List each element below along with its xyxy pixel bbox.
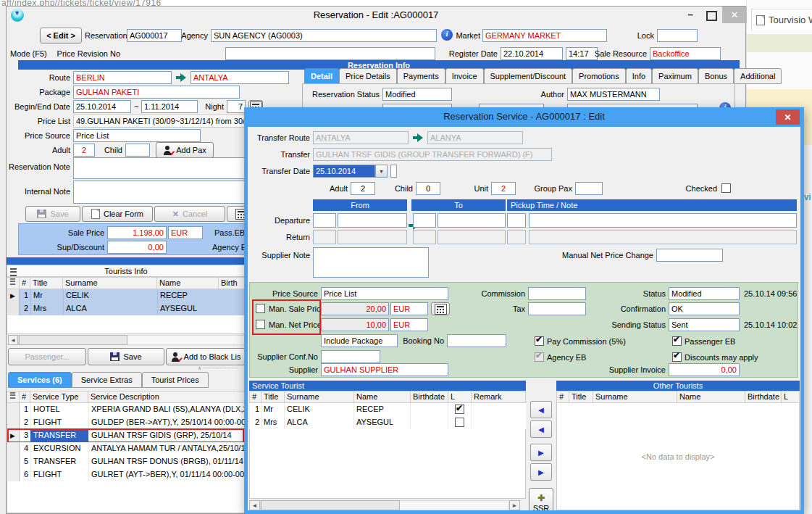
unit-field[interactable]: 2 (491, 182, 516, 195)
departure-pickup-time[interactable] (507, 213, 526, 228)
reservation-note-field[interactable] (73, 157, 246, 179)
leader-checkbox[interactable] (455, 405, 464, 414)
service-tourist-row[interactable]: 1 Mr CELIK RECEP (249, 403, 526, 417)
move-all-right-button[interactable]: ► (530, 463, 552, 481)
tab-additional[interactable]: Additional (734, 68, 782, 84)
supplier-conf-no-field[interactable] (321, 350, 380, 363)
leader-checkbox[interactable] (455, 418, 464, 427)
browser-tab[interactable]: Tourvisio We (751, 9, 812, 30)
edit-mode-button[interactable]: < Edit > (40, 28, 82, 43)
minimize-button[interactable]: – (685, 12, 696, 20)
man-net-price-checkbox[interactable] (256, 320, 265, 329)
service-row-selected[interactable]: ▶ 3 TRANSFER GULHAN TRSF GIDIS (GRP), 25… (7, 429, 246, 443)
price-source-field[interactable]: Price List (73, 129, 201, 142)
discounts-checkbox[interactable] (672, 352, 682, 362)
cancel-button[interactable]: ✕ Cancel (154, 206, 225, 222)
agency-field[interactable]: SUN AGENCY (AG0003) (211, 29, 437, 42)
tourists-scroll-thumb[interactable] (19, 335, 127, 345)
tab-promotions[interactable]: Promotions (572, 68, 626, 84)
ot-col-l[interactable]: L (781, 391, 800, 403)
supplier-field[interactable]: GULHAN SUPPLIER (321, 363, 448, 376)
market-field[interactable]: GERMANY MARKET (482, 29, 607, 42)
tourists-col-surname[interactable]: Surname (62, 277, 157, 289)
route-to-field[interactable]: ANTALYA (191, 71, 289, 84)
register-date-field[interactable]: 22.10.2014 (501, 47, 563, 60)
ot-col-name[interactable]: Name (677, 391, 745, 403)
price-source-field[interactable]: Price List (321, 287, 448, 300)
price-calc-button[interactable] (431, 302, 450, 315)
service-row[interactable]: 6 FLIGHT GULRET (AYT->BER),Y, 01/11/14 0… (7, 468, 246, 482)
group-pax-field[interactable] (575, 182, 603, 195)
price-revision-field[interactable] (225, 47, 435, 60)
ot-col-title[interactable]: Title (569, 391, 593, 403)
tourists-save-button[interactable]: Save (88, 348, 164, 365)
service-row[interactable]: 4 EXCURSION ANTALYA HAMAM TUR / ANTALYA,… (7, 442, 246, 456)
services-col-desc[interactable]: Service Description (88, 391, 246, 403)
child-field[interactable] (125, 144, 150, 157)
agency-info-icon[interactable] (441, 29, 453, 41)
booking-no-field[interactable] (447, 334, 506, 347)
save-button[interactable]: Save (25, 206, 80, 222)
splitter-grip[interactable]: ∧ ····················· (189, 365, 247, 371)
author-field[interactable]: MAX MUSTERMANN (567, 88, 660, 101)
tax-field[interactable] (528, 302, 586, 315)
sending-status-field[interactable]: Sent (669, 318, 740, 331)
tourist-row[interactable]: 2 Mrs ALCA AYSEGUL (7, 302, 246, 316)
service-row[interactable]: 1 HOTEL XPERIA GRAND BALI (5S),ALANYA (D… (7, 403, 246, 417)
move-all-left-button[interactable]: ◄ (530, 420, 552, 438)
supplier-note-field[interactable] (313, 247, 429, 278)
sale-currency-field[interactable]: EUR (390, 302, 428, 315)
st-col-birthdate[interactable]: Birthdate (410, 391, 448, 403)
tab-services[interactable]: Services (6) (8, 372, 72, 388)
add-pax-button[interactable]: ✔ Add Pax (156, 142, 214, 158)
ot-col-birthdate[interactable]: Birthdate (745, 391, 782, 403)
departure-from-code[interactable] (313, 213, 336, 228)
st-scroll-right[interactable]: ► (509, 500, 520, 510)
tourists-col-name[interactable]: Name (156, 277, 219, 289)
st-col-name[interactable]: Name (353, 391, 411, 403)
service-row[interactable]: 5 TRANSFER GULHAN TRSF DONUS (BRGB), 01/… (7, 455, 246, 469)
begin-date-field[interactable]: 25.10.2014 (73, 100, 131, 113)
tourists-col-birth[interactable]: Birth (218, 277, 246, 289)
ssr-button[interactable]: ✚ SSR (529, 488, 553, 510)
tab-detail[interactable]: Detail (304, 68, 339, 84)
sup-discount-field[interactable]: 0,00 (107, 241, 167, 254)
departure-to-code[interactable] (413, 213, 436, 228)
adult-field[interactable]: 2 (351, 182, 375, 195)
route-from-field[interactable]: BERLIN (73, 71, 172, 84)
supplier-invoice-field[interactable]: 0,00 (669, 363, 740, 376)
tab-supplement-discount[interactable]: Supplement/Discount (484, 68, 573, 84)
end-date-field[interactable]: 1.11.2014 (141, 100, 198, 113)
tab-info[interactable]: Info (626, 68, 652, 84)
transfer-date-dropdown[interactable]: ▼ (375, 165, 388, 178)
maximize-button[interactable] (706, 11, 717, 21)
st-scroll-left[interactable]: ◄ (249, 500, 260, 510)
st-col-title[interactable]: Title (261, 391, 285, 403)
include-package-field[interactable]: Include Package (321, 334, 398, 347)
service-tourist-row[interactable]: 2 Mrs ALCA AYSEGUL (249, 416, 526, 430)
st-col-surname[interactable]: Surname (284, 391, 354, 403)
tab-payments[interactable]: Payments (397, 68, 445, 84)
transfer-date-field[interactable]: 25.10.2014 (313, 165, 375, 178)
reservation-status-field[interactable]: Modified (382, 88, 452, 101)
tab-bonus[interactable]: Bonus (698, 68, 734, 84)
dialog-close-button[interactable]: ✕ (776, 109, 800, 125)
sale-price-field[interactable]: 1.198,00 (107, 226, 167, 239)
child-field[interactable]: 0 (416, 182, 440, 195)
st-scroll-thumb[interactable] (261, 500, 400, 510)
ot-col-no[interactable]: # (556, 391, 569, 403)
man-net-price-field[interactable]: 10,00 (321, 318, 389, 331)
tab-invoice[interactable]: Invoice (445, 68, 484, 84)
tab-paximum[interactable]: Paximum (652, 68, 698, 84)
tab-price-details[interactable]: Price Details (339, 68, 397, 84)
departure-to-field[interactable] (438, 213, 506, 228)
status-field[interactable]: Modified (669, 287, 740, 300)
tourists-col-no[interactable]: # (19, 277, 30, 289)
departure-from-field[interactable] (338, 213, 407, 228)
adult-field[interactable]: 2 (73, 144, 95, 157)
internal-note-field[interactable] (73, 181, 246, 204)
pay-commission-checkbox[interactable] (535, 336, 544, 346)
commission-field[interactable] (528, 287, 586, 300)
tab-tourist-prices[interactable]: Tourist Prices (142, 372, 209, 388)
sale-currency-field[interactable]: EUR (168, 226, 203, 239)
